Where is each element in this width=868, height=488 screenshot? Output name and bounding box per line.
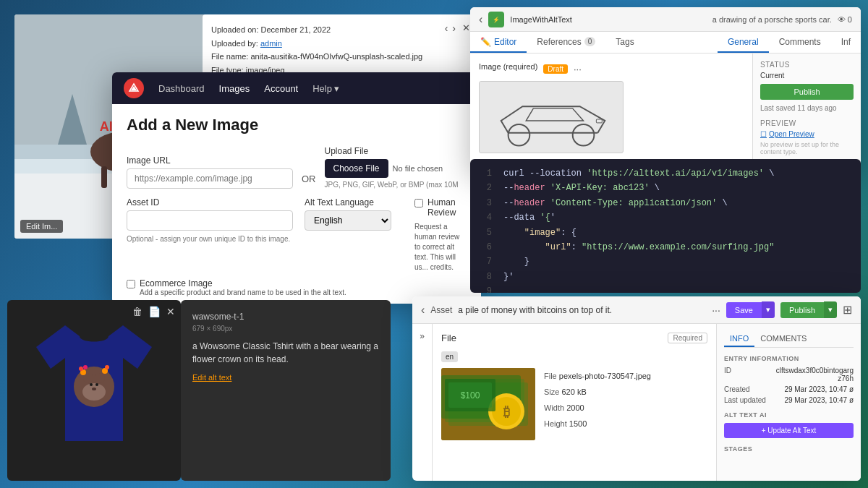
- product-description: a Wowsome Classic Tshirt with a bear wea…: [192, 340, 379, 366]
- alt-text-ai-label: ALT TEXT AI: [724, 411, 854, 419]
- alt-text-ai-section: ALT TEXT AI + Update Alt Text: [724, 411, 854, 438]
- tshirt-svg: [22, 311, 166, 470]
- editor-content: Image (required) Draft ··· STA: [470, 53, 861, 174]
- open-preview-link[interactable]: ☐ Open Preview: [760, 130, 854, 138]
- file-label: File: [441, 333, 456, 343]
- edit-alt-text-link[interactable]: Edit alt text: [192, 373, 379, 382]
- tab-tags[interactable]: Tags: [605, 32, 644, 53]
- tab-general[interactable]: General: [718, 32, 769, 53]
- update-alt-text-button[interactable]: + Update Alt Text: [724, 423, 854, 438]
- right-tab-comments[interactable]: COMMENTS: [754, 331, 812, 347]
- checkbox-preview-icon: ☐: [760, 130, 767, 138]
- publish-button[interactable]: Publish: [760, 84, 854, 100]
- right-tab-info[interactable]: INFO: [724, 331, 754, 347]
- nav-help[interactable]: Help ▾: [312, 83, 339, 94]
- save-button[interactable]: Save: [726, 302, 762, 318]
- image-url-label: Image URL: [127, 155, 293, 166]
- contentful-main: File Required en ₿: [433, 324, 716, 481]
- image-header-row: Image (required) Draft ···: [479, 62, 744, 75]
- edit-icon[interactable]: 📄: [148, 306, 161, 317]
- code-line-6: 6 "url": "https://www.example.com/surfin…: [480, 240, 851, 254]
- modal-title: Add a New Image: [127, 116, 467, 134]
- image-url-row: Image URL OR Upload File Choose File No …: [127, 146, 467, 189]
- contentful-back-button[interactable]: ‹: [421, 304, 425, 317]
- contentful-actions: Save ▾ Publish ▾ ⊞: [726, 301, 852, 318]
- asset-id-label: Asset ID: [127, 197, 293, 207]
- no-file-text: No file chosen: [393, 164, 443, 173]
- publish-button-group: Publish ▾: [780, 301, 837, 318]
- close-metadata[interactable]: ✕: [462, 20, 470, 36]
- image-url-input[interactable]: [127, 168, 293, 189]
- editor-titlebar: ‹ ⚡ ImageWithAltText a drawing of a pors…: [470, 7, 861, 32]
- tab-comments[interactable]: Comments: [769, 32, 831, 53]
- file-name: File name: anita-ausitika-fW04nOIvfwQ-un…: [211, 50, 469, 64]
- editor-alt-description: a drawing of a porsche sports car.: [712, 15, 832, 24]
- code-line-7: 7 }: [480, 254, 851, 269]
- entry-id-label: ID: [724, 367, 731, 382]
- language-select[interactable]: English: [305, 210, 391, 231]
- contentful-publish-dropdown[interactable]: ▾: [824, 301, 837, 318]
- close-icon[interactable]: ✕: [166, 306, 175, 317]
- or-divider: OR: [302, 174, 316, 189]
- product-size: 679 × 690px: [192, 325, 379, 333]
- tab-info[interactable]: Inf: [831, 32, 861, 53]
- image-url-group: Image URL: [127, 155, 293, 189]
- tab-editor[interactable]: ✏️ Editor: [470, 32, 527, 53]
- save-dropdown-button[interactable]: ▾: [762, 301, 775, 318]
- asset-id-input[interactable]: [127, 210, 293, 231]
- file-preview-row: ₿ $100 File pexels-photo-730547.jpeg Siz…: [441, 368, 707, 440]
- entry-id-value: clftswdax3f0c0bintogargz76h: [774, 367, 854, 382]
- optional-hint: Optional - assign your own unique ID to …: [127, 235, 293, 243]
- code-line-1: 1 curl --location 'https://alttext.ai/ap…: [480, 166, 851, 181]
- edit-img-button[interactable]: Edit Im...: [20, 220, 63, 233]
- contentful-right-sidebar: INFO COMMENTS ENTRY INFORMATION ID clfts…: [716, 324, 861, 481]
- code-line-5: 5 "image": {: [480, 226, 851, 240]
- entry-created-value: 29 Mar 2023, 10:47 ø: [784, 385, 854, 393]
- nav-images[interactable]: Images: [219, 83, 250, 94]
- svg-text:₿: ₿: [503, 405, 510, 419]
- contentful-panel: ‹ Asset a pile of money with bitcoins on…: [412, 296, 861, 481]
- options-icon[interactable]: ···: [574, 64, 582, 74]
- nav-logo: [124, 78, 144, 98]
- toggle-arrow-icon[interactable]: »: [420, 331, 425, 341]
- editor-tabs: ✏️ Editor References 0 Tags General Comm…: [470, 32, 861, 53]
- right-tabs: INFO COMMENTS: [724, 331, 854, 348]
- editor-logo-icon: ⚡: [491, 14, 501, 25]
- human-review-checkbox-row: Human Review: [414, 197, 467, 218]
- layout-toggle-button[interactable]: ⊞: [843, 303, 852, 317]
- car-sketch-svg: [480, 81, 623, 153]
- editor-back-button[interactable]: ‹: [479, 13, 482, 26]
- tshirt-controls: 🗑 📄 ✕: [132, 306, 175, 317]
- contentful-publish-button[interactable]: Publish: [780, 302, 824, 318]
- product-info-panel: wawsome-t-1 679 × 690px a Wowsome Classi…: [181, 300, 391, 481]
- more-options-icon[interactable]: ···: [712, 304, 720, 316]
- nav-dashboard[interactable]: Dashboard: [158, 83, 205, 94]
- lang-group: Alt Text Language English: [305, 197, 391, 273]
- next-arrow[interactable]: ›: [452, 20, 456, 38]
- stages-label: STAGES: [724, 445, 854, 453]
- choose-file-button[interactable]: Choose File: [325, 159, 388, 178]
- stages-section: STAGES: [724, 445, 854, 453]
- nav-account[interactable]: Account: [264, 83, 298, 94]
- code-line-2: 2 --header 'X-API-Key: abc123' \: [480, 181, 851, 195]
- file-size-detail: Size 620 kB: [544, 384, 651, 400]
- tshirt-panel: 🗑 📄 ✕: [7, 300, 181, 481]
- file-height-detail: Height 1500: [544, 416, 651, 432]
- human-review-label: Human Review: [427, 197, 467, 218]
- file-header: File Required: [441, 333, 707, 343]
- prev-arrow[interactable]: ‹: [445, 20, 448, 38]
- human-review-checkbox[interactable]: [414, 199, 423, 207]
- svg-point-30: [82, 383, 106, 401]
- upload-label: Upload File: [325, 146, 459, 156]
- contentful-titlebar: ‹ Asset a pile of money with bitcoins on…: [412, 296, 861, 324]
- entry-info-section: ENTRY INFORMATION ID clftswdax3f0c0binto…: [724, 355, 854, 404]
- tab-references[interactable]: References 0: [527, 32, 605, 53]
- ecommerce-checkbox[interactable]: [127, 280, 135, 288]
- human-review-desc: Request a human review to correct alt te…: [414, 222, 467, 273]
- modal-body: Add a New Image Image URL OR Upload File…: [112, 104, 481, 304]
- uploader-link[interactable]: admin: [260, 39, 282, 48]
- required-badge: Required: [668, 333, 707, 343]
- svg-rect-15: [101, 166, 107, 188]
- delete-icon[interactable]: 🗑: [132, 306, 142, 317]
- chevron-down-icon: ▾: [334, 83, 339, 94]
